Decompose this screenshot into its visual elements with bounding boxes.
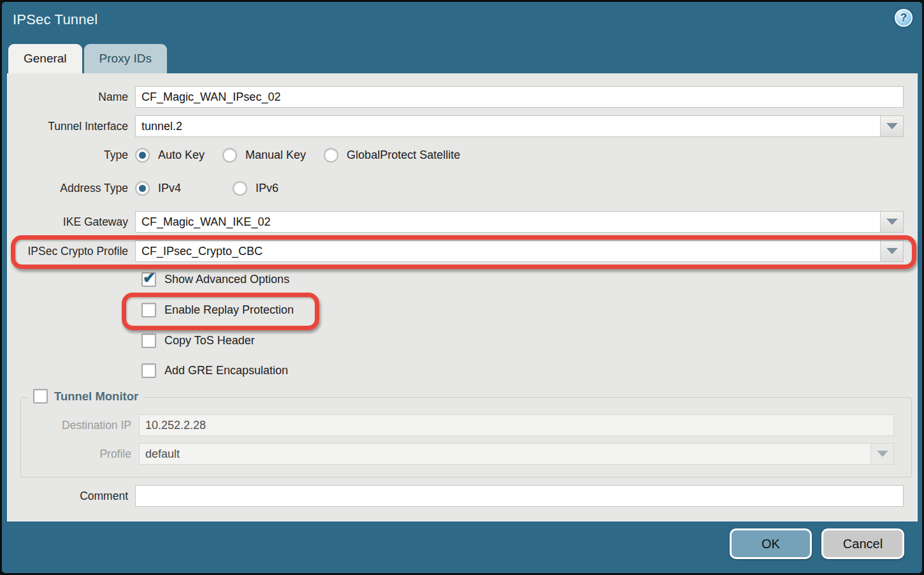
checkbox-icon[interactable] (141, 303, 156, 317)
ipsec-crypto-profile-select[interactable]: CF_IPsec_Crypto_CBC (135, 240, 904, 262)
checkbox-icon[interactable] (141, 363, 156, 378)
radio-icon[interactable] (135, 181, 150, 196)
profile-select: default (139, 443, 894, 465)
dialog-title: IPSec Tunnel (13, 11, 97, 28)
ike-gateway-value: CF_Magic_WAN_IKE_02 (136, 212, 880, 232)
radio-manual-key[interactable]: Manual Key (222, 148, 306, 163)
ipsec-crypto-profile-dropdown-button[interactable] (880, 241, 903, 261)
checkbox-enable-replay-protection[interactable]: Enable Replay Protection (141, 303, 294, 317)
tunnel-interface-label: Tunnel Interface (8, 120, 135, 133)
ipsec-crypto-profile-value: CF_IPsec_Crypto_CBC (136, 241, 880, 261)
general-tab-panel: Name Tunnel Interface tunnel.2 Type (7, 73, 918, 521)
radio-label: IPv4 (158, 182, 181, 195)
comment-input[interactable] (135, 485, 904, 507)
checkbox-label: Copy ToS Header (164, 334, 255, 347)
tunnel-monitor-fieldset: Tunnel Monitor Destination IP Profile de… (20, 397, 912, 477)
radio-label: Auto Key (158, 149, 205, 162)
profile-value: default (140, 444, 870, 464)
radio-label: GlobalProtect Satellite (347, 149, 460, 162)
tab-bar: General Proxy IDs (8, 44, 167, 73)
ike-gateway-select[interactable]: CF_Magic_WAN_IKE_02 (135, 211, 904, 233)
name-label: Name (8, 91, 135, 104)
radio-ipv4[interactable]: IPv4 (135, 181, 181, 196)
radio-icon[interactable] (135, 148, 150, 163)
radio-label: IPv6 (256, 182, 278, 195)
checkbox-icon[interactable] (141, 272, 156, 287)
radio-icon[interactable] (233, 181, 247, 196)
tab-general[interactable]: General (8, 44, 82, 73)
radio-icon[interactable] (324, 148, 338, 163)
chevron-down-icon (886, 123, 898, 129)
checkbox-icon[interactable] (141, 333, 156, 348)
address-type-label: Address Type (8, 182, 135, 195)
radio-icon[interactable] (222, 148, 237, 163)
type-label: Type (8, 149, 135, 162)
ipsec-crypto-profile-label: IPSec Crypto Profile (8, 245, 135, 258)
tunnel-interface-select[interactable]: tunnel.2 (135, 115, 904, 137)
tunnel-interface-value: tunnel.2 (136, 116, 880, 136)
checkbox-label: Add GRE Encapsulation (164, 364, 288, 377)
tunnel-interface-dropdown-button[interactable] (880, 116, 903, 136)
radio-globalprotect-satellite[interactable]: GlobalProtect Satellite (324, 148, 460, 163)
ipsec-tunnel-dialog: IPSec Tunnel ? General Proxy IDs Name Tu… (0, 0, 924, 575)
help-icon[interactable]: ? (895, 9, 913, 27)
checkbox-label: Show Advanced Options (164, 273, 289, 286)
checkbox-add-gre-encapsulation[interactable]: Add GRE Encapsulation (141, 363, 288, 378)
profile-dropdown-button (870, 444, 893, 464)
cancel-button[interactable]: Cancel (821, 528, 904, 559)
ike-gateway-label: IKE Gateway (8, 215, 135, 229)
chevron-down-icon (886, 248, 898, 254)
chevron-down-icon (886, 219, 898, 225)
ok-button[interactable]: OK (730, 528, 812, 559)
dialog-footer: OK Cancel (2, 518, 922, 573)
checkbox-copy-tos-header[interactable]: Copy ToS Header (141, 333, 255, 348)
radio-auto-key[interactable]: Auto Key (135, 148, 205, 163)
dialog-titlebar: IPSec Tunnel ? (2, 2, 922, 43)
tunnel-monitor-label: Tunnel Monitor (54, 389, 138, 404)
name-input[interactable] (135, 86, 904, 108)
checkbox-show-advanced-options[interactable]: Show Advanced Options (141, 272, 289, 287)
tab-proxy-ids[interactable]: Proxy IDs (84, 44, 167, 73)
destination-ip-label: Destination IP (21, 419, 139, 432)
ike-gateway-dropdown-button[interactable] (880, 212, 903, 232)
profile-label: Profile (21, 448, 139, 461)
destination-ip-input (139, 414, 894, 436)
checkbox-label: Enable Replay Protection (164, 303, 294, 317)
radio-label: Manual Key (245, 149, 306, 162)
checkbox-icon[interactable] (33, 389, 48, 404)
chevron-down-icon (877, 451, 888, 457)
checkbox-tunnel-monitor[interactable]: Tunnel Monitor (28, 389, 143, 404)
comment-label: Comment (8, 490, 135, 503)
radio-ipv6[interactable]: IPv6 (233, 181, 278, 196)
